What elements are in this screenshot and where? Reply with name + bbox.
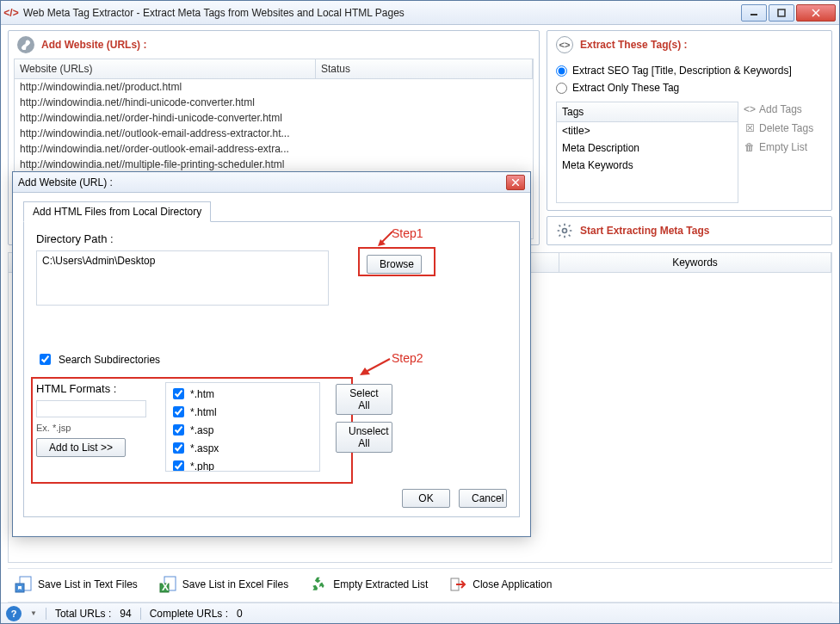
- search-sub-input[interactable]: [40, 354, 51, 365]
- urls-table-head: Website (URLs) Status: [15, 59, 533, 79]
- minimize-button[interactable]: [741, 4, 767, 22]
- tags-icon: <>: [556, 36, 573, 53]
- start-label: Start Extracting Meta Tags: [580, 225, 709, 237]
- window-buttons: [741, 4, 836, 22]
- format-checkbox[interactable]: [173, 424, 184, 436]
- tags-header: Tags: [557, 102, 738, 122]
- format-input[interactable]: [36, 400, 146, 417]
- window-title: Web Meta Tag Extractor - Extract Meta Ta…: [23, 7, 405, 19]
- total-urls-label: Total URLs :: [55, 608, 111, 620]
- urls-heading: Add Website (URLs) :: [41, 39, 146, 51]
- dialog-close-button[interactable]: [506, 175, 525, 190]
- col-status[interactable]: Status: [316, 59, 533, 78]
- app-icon: </>: [4, 6, 18, 20]
- format-item[interactable]: *.htm: [170, 385, 316, 403]
- url-row[interactable]: http://windowindia.net//order-hindi-unic…: [15, 110, 533, 126]
- html-formats-label: HTML Formats :: [36, 382, 157, 395]
- format-checkbox[interactable]: [173, 406, 184, 417]
- extract-tags-panel: <> Extract These Tag(s) : Extract SEO Ta…: [547, 30, 832, 245]
- tag-item[interactable]: Meta Description: [557, 139, 738, 157]
- radio-seo-tag[interactable]: Extract SEO Tag [Title, Description & Ke…: [556, 62, 823, 79]
- format-checkbox[interactable]: [173, 388, 184, 399]
- save-text-icon: [14, 575, 33, 594]
- help-icon[interactable]: ?: [6, 606, 22, 621]
- search-subdirectories-checkbox[interactable]: Search Subdirectories: [36, 351, 160, 368]
- add-tags-button[interactable]: <>Add Tags: [744, 103, 823, 115]
- radio-seo-label: Extract SEO Tag [Title, Description & Ke…: [572, 65, 792, 77]
- tag-item[interactable]: <title>: [557, 122, 738, 139]
- arrow-step1-icon: [377, 230, 394, 247]
- step1-label: Step1: [392, 226, 423, 240]
- tags-list[interactable]: Tags <title>Meta DescriptionMeta Keyword…: [556, 102, 738, 203]
- close-button[interactable]: [796, 4, 836, 22]
- main-window: </> Web Meta Tag Extractor - Extract Met…: [0, 0, 840, 624]
- dialog-title: Add Website (URL) :: [18, 176, 113, 188]
- status-dropdown-icon[interactable]: ▼: [30, 609, 37, 617]
- col-website[interactable]: Website (URLs): [15, 59, 316, 78]
- format-checkbox[interactable]: [173, 442, 184, 454]
- add-to-list-button[interactable]: Add to List >>: [36, 438, 126, 457]
- empty-icon: 🗑: [744, 141, 756, 153]
- select-all-button[interactable]: Select All: [336, 384, 392, 415]
- svg-line-15: [364, 359, 390, 373]
- step2-label: Step2: [392, 351, 423, 365]
- unselect-all-button[interactable]: Unselect All: [336, 422, 392, 453]
- status-bar: ? ▼ Total URLs : 94 Complete URLs : 0: [1, 602, 839, 623]
- radio-seo-input[interactable]: [556, 65, 567, 77]
- url-row[interactable]: http://windowindia.net//order-outlook-em…: [15, 141, 533, 157]
- radio-only-input[interactable]: [556, 83, 567, 94]
- tab-content: Directory Path : Browse Step1 Search Sub…: [23, 221, 520, 517]
- cancel-button[interactable]: Cancel: [459, 489, 507, 508]
- format-item[interactable]: *.php: [170, 457, 316, 472]
- total-urls-value: 94: [120, 608, 131, 620]
- save-excel-button[interactable]: X Save List in Excel Files: [152, 572, 294, 596]
- exit-icon: [448, 575, 467, 594]
- url-row[interactable]: http://windowindia.net//hindi-unicode-co…: [15, 95, 533, 110]
- extract-panel-header: <> Extract These Tag(s) :: [547, 31, 831, 59]
- bottom-toolbar: Save List in Text Files X Save List in E…: [8, 568, 832, 602]
- format-item[interactable]: *.html: [170, 403, 316, 421]
- format-example: Ex. *.jsp: [36, 423, 157, 433]
- start-extract-button[interactable]: Start Extracting Meta Tags: [547, 216, 832, 245]
- tag-item[interactable]: Meta Keywords: [557, 157, 738, 174]
- svg-marker-16: [360, 368, 370, 375]
- delete-tags-button[interactable]: ☒Delete Tags: [744, 122, 823, 134]
- add-website-dialog: Add Website (URL) : Add HTML Files from …: [12, 171, 531, 537]
- svg-rect-1: [778, 9, 785, 16]
- titlebar: </> Web Meta Tag Extractor - Extract Met…: [1, 1, 839, 25]
- save-text-button[interactable]: Save List in Text Files: [8, 572, 144, 596]
- url-row[interactable]: http://windowindia.net//multiple-file-pr…: [15, 157, 533, 172]
- complete-urls-label: Complete URLs :: [150, 608, 228, 620]
- rcol-keywords[interactable]: Keywords: [559, 253, 831, 272]
- directory-path-input[interactable]: [36, 250, 329, 306]
- link-icon: [17, 36, 34, 53]
- delete-icon: ☒: [744, 122, 756, 134]
- radio-only-label: Extract Only These Tag: [572, 82, 679, 94]
- complete-urls-value: 0: [237, 608, 243, 620]
- add-icon: <>: [744, 103, 756, 115]
- maximize-button[interactable]: [769, 4, 794, 22]
- empty-list-button[interactable]: 🗑Empty List: [744, 141, 823, 153]
- svg-point-4: [563, 229, 567, 233]
- format-item[interactable]: *.aspx: [170, 439, 316, 457]
- urls-panel-header: Add Website (URLs) :: [9, 31, 539, 59]
- tab-local-directory[interactable]: Add HTML Files from Local Directory: [23, 201, 211, 222]
- gear-icon: [556, 222, 573, 239]
- dialog-titlebar: Add Website (URL) :: [13, 172, 530, 193]
- svg-text:X: X: [162, 581, 169, 593]
- empty-extracted-button[interactable]: Empty Extracted List: [303, 572, 434, 596]
- directory-path-label: Directory Path :: [36, 232, 507, 245]
- radio-only-tag[interactable]: Extract Only These Tag: [556, 79, 823, 96]
- arrow-step2-icon: [357, 355, 392, 378]
- annotation-box-step1: [358, 247, 435, 276]
- url-row[interactable]: http://windowindia.net//product.html: [15, 79, 533, 95]
- formats-list[interactable]: *.htm*.html*.asp*.aspx*.php: [165, 382, 320, 472]
- save-excel-icon: X: [158, 575, 177, 594]
- close-app-button[interactable]: Close Application: [442, 572, 558, 596]
- format-checkbox[interactable]: [173, 460, 184, 472]
- ok-button[interactable]: OK: [402, 489, 450, 508]
- url-row[interactable]: http://windowindia.net//outlook-email-ad…: [15, 126, 533, 141]
- extract-heading: Extract These Tag(s) :: [580, 39, 687, 51]
- recycle-icon: [309, 575, 328, 594]
- format-item[interactable]: *.asp: [170, 421, 316, 439]
